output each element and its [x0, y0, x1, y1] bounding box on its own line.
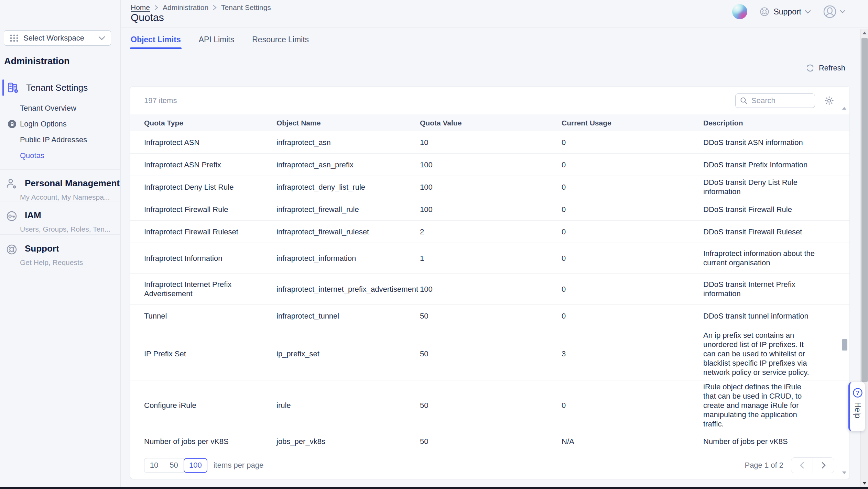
breadcrumb: Home Administration Tenant Settings — [131, 3, 271, 12]
cell-quota-type: Infraprotect Firewall Ruleset — [144, 227, 276, 236]
divider — [0, 269, 120, 269]
table-row[interactable]: Infraprotect Firewall Rule infraprotect_… — [130, 198, 849, 221]
cell-quota-type: Tunnel — [144, 311, 276, 321]
page-size-100[interactable]: 100 — [184, 458, 207, 473]
chevron-down-icon — [805, 10, 811, 14]
pagination-bar: 10 50 100 items per page Page 1 of 2 — [130, 452, 849, 479]
cell-current-usage: 0 — [562, 401, 703, 410]
cell-description: DDoS transit ASN information — [703, 138, 825, 147]
support-label: Support — [773, 7, 801, 16]
table-row[interactable]: Infraprotect Internet Prefix Advertiseme… — [130, 274, 849, 305]
search-box — [735, 93, 815, 108]
quotas-table-card: 197 items — [130, 86, 850, 479]
cell-description: Number of jobs per vK8S — [703, 437, 825, 446]
assistant-orb-icon[interactable] — [732, 4, 747, 19]
divider — [0, 169, 120, 170]
sidebar-item-login-options[interactable]: Login Options — [20, 116, 120, 132]
divider — [0, 73, 120, 73]
refresh-button[interactable]: Refresh — [806, 64, 845, 73]
column-header-object-name[interactable]: Object Name — [276, 118, 420, 127]
tab-bar: Object Limits API Limits Resource Limits — [131, 35, 309, 49]
sidebar-section-title: Personal Management — [25, 178, 120, 188]
sidebar-item-tenant-settings[interactable]: Tenant Settings — [0, 76, 120, 99]
support-menu[interactable]: Support — [759, 6, 811, 17]
refresh-label: Refresh — [819, 64, 845, 73]
breadcrumb-administration[interactable]: Administration — [163, 3, 208, 12]
column-header-quota-value[interactable]: Quota Value — [420, 118, 562, 127]
top-header: Home Administration Tenant Settings Quot… — [121, 0, 868, 27]
cell-quota-type: IP Prefix Set — [144, 349, 276, 358]
breadcrumb-tenant-settings[interactable]: Tenant Settings — [221, 3, 271, 12]
cell-quota-value: 100 — [420, 285, 562, 294]
table-row[interactable]: Infraprotect Deny List Rule infraprotect… — [130, 176, 849, 198]
breadcrumb-home[interactable]: Home — [131, 3, 150, 12]
tab-object-limits[interactable]: Object Limits — [131, 35, 181, 49]
sidebar-item-personal-management[interactable]: Personal Management My Account, My Names… — [0, 172, 120, 201]
cell-current-usage: 0 — [562, 160, 703, 169]
lock-icon — [8, 120, 16, 128]
cell-current-usage: 0 — [562, 285, 703, 294]
sidebar-item-iam[interactable]: IAM Users, Groups, Roles, Ten... — [0, 204, 120, 233]
page-size-50[interactable]: 50 — [164, 458, 184, 473]
cell-object-name: infraprotect_asn_prefix — [276, 160, 420, 169]
cell-current-usage: 0 — [562, 138, 703, 147]
cell-quota-value: 100 — [420, 182, 562, 192]
cell-current-usage: 0 — [562, 254, 703, 263]
page-size-label: items per page — [214, 461, 264, 470]
next-page-button[interactable] — [813, 458, 834, 473]
cell-quota-type: Infraprotect ASN — [144, 138, 276, 147]
cell-description: DDoS transit Firewall Ruleset — [703, 227, 825, 236]
table-scroll-down-icon[interactable] — [842, 471, 847, 475]
sidebar-section-title: Support — [25, 243, 59, 254]
workspace-selector-label: Select Workspace — [23, 34, 84, 43]
sidebar-item-quotas[interactable]: Quotas — [20, 148, 120, 164]
cell-quota-value: 100 — [420, 160, 562, 169]
items-count: 197 items — [144, 96, 177, 105]
help-tab[interactable]: ? Help — [848, 382, 865, 431]
cell-quota-value: 50 — [420, 311, 562, 321]
column-header-current-usage[interactable]: Current Usage — [562, 118, 703, 127]
scroll-up-icon[interactable] — [861, 29, 868, 37]
table-row[interactable]: Infraprotect Firewall Ruleset infraprote… — [130, 221, 849, 243]
chevron-right-icon — [213, 5, 217, 10]
person-gear-icon — [6, 178, 18, 190]
table-row[interactable]: IP Prefix Set ip_prefix_set 50 3 An ip p… — [130, 327, 849, 380]
table-row[interactable]: Tunnel infraprotect_tunnel 50 0 DDoS tra… — [130, 305, 849, 327]
divider — [0, 201, 120, 201]
sidebar-item-tenant-overview[interactable]: Tenant Overview — [20, 100, 120, 116]
grid-icon — [10, 34, 19, 43]
table-row[interactable]: Infraprotect ASN Prefix infraprotect_asn… — [130, 154, 849, 176]
user-menu[interactable] — [823, 4, 845, 19]
sidebar-item-support[interactable]: Support Get Help, Requests — [0, 237, 120, 267]
cell-quota-value: 50 — [420, 437, 562, 446]
table-row[interactable]: Infraprotect Information infraprotect_in… — [130, 243, 849, 274]
search-input[interactable] — [751, 96, 811, 105]
table-row[interactable]: Infraprotect ASN infraprotect_asn 10 0 D… — [130, 131, 849, 154]
table-row[interactable]: Configure iRule irule 50 0 iRule object … — [130, 380, 849, 430]
cell-description: DDoS transit tunnel information — [703, 311, 825, 321]
sidebar-subitem-label: Public IP Addresses — [20, 135, 87, 144]
scroll-down-icon[interactable] — [861, 479, 868, 487]
window-scrollbar-thumb[interactable] — [861, 38, 868, 382]
tab-api-limits[interactable]: API Limits — [199, 35, 235, 49]
cell-quota-type: Infraprotect Firewall Rule — [144, 205, 276, 214]
table-scrollbar-thumb[interactable] — [842, 339, 847, 351]
page-size-selector: 10 50 100 — [144, 458, 207, 473]
column-header-quota-type[interactable]: Quota Type — [144, 118, 276, 127]
help-tab-label: Help — [853, 402, 862, 418]
cell-current-usage: N/A — [562, 437, 703, 446]
table-scroll-up-icon[interactable] — [842, 107, 847, 110]
active-indicator — [2, 79, 4, 96]
workspace-selector[interactable]: Select Workspace — [4, 30, 111, 46]
cell-object-name: infraprotect_information — [276, 254, 420, 263]
main-content: Home Administration Tenant Settings Quot… — [121, 0, 868, 487]
column-header-description[interactable]: Description — [703, 118, 825, 127]
sidebar-item-public-ip-addresses[interactable]: Public IP Addresses — [20, 132, 120, 148]
table-settings-gear-icon[interactable] — [824, 96, 834, 106]
tab-resource-limits[interactable]: Resource Limits — [252, 35, 309, 49]
cell-object-name: infraprotect_firewall_rule — [276, 205, 420, 214]
page-size-10[interactable]: 10 — [144, 458, 164, 473]
prev-page-button[interactable] — [791, 458, 813, 473]
table-row[interactable]: Number of jobs per vK8S jobs_per_vk8s 50… — [130, 430, 849, 452]
cell-object-name: irule — [276, 401, 420, 410]
